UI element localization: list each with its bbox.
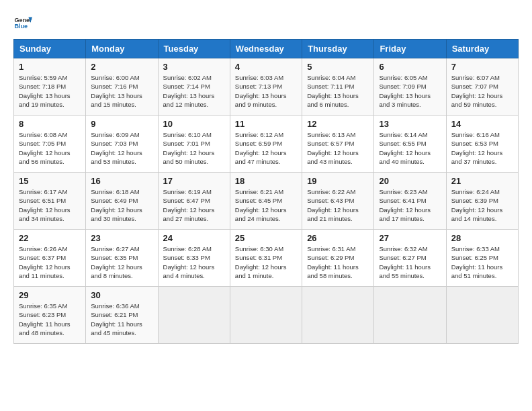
day-detail: Sunrise: 6:35 AM Sunset: 6:23 PM Dayligh…: [19, 302, 81, 337]
calendar-cell: 6Sunrise: 6:05 AM Sunset: 7:09 PM Daylig…: [374, 58, 446, 116]
page-header: General Blue: [13, 13, 519, 32]
calendar-cell: 29Sunrise: 6:35 AM Sunset: 6:23 PM Dayli…: [14, 287, 86, 344]
day-detail: Sunrise: 6:14 AM Sunset: 6:55 PM Dayligh…: [379, 130, 441, 166]
calendar-cell: 20Sunrise: 6:23 AM Sunset: 6:41 PM Dayli…: [374, 173, 446, 230]
calendar-cell: 8Sunrise: 6:08 AM Sunset: 7:05 PM Daylig…: [14, 116, 86, 173]
logo-icon: General Blue: [13, 13, 32, 32]
day-detail: Sunrise: 6:36 AM Sunset: 6:21 PM Dayligh…: [91, 302, 152, 337]
day-detail: Sunrise: 6:28 AM Sunset: 6:33 PM Dayligh…: [163, 244, 225, 280]
day-number: 27: [379, 233, 441, 243]
header-saturday: Saturday: [446, 40, 518, 58]
day-detail: Sunrise: 6:09 AM Sunset: 7:03 PM Dayligh…: [91, 130, 152, 166]
day-detail: Sunrise: 6:24 AM Sunset: 6:39 PM Dayligh…: [451, 187, 513, 223]
day-number: 19: [307, 176, 369, 186]
day-detail: Sunrise: 6:23 AM Sunset: 6:41 PM Dayligh…: [379, 187, 441, 223]
header-monday: Monday: [86, 40, 158, 58]
day-number: 6: [379, 62, 441, 72]
calendar-cell: 11Sunrise: 6:12 AM Sunset: 6:59 PM Dayli…: [230, 116, 302, 173]
calendar-cell: 26Sunrise: 6:31 AM Sunset: 6:29 PM Dayli…: [302, 230, 374, 287]
day-detail: Sunrise: 6:17 AM Sunset: 6:51 PM Dayligh…: [19, 187, 81, 223]
calendar-cell: [302, 287, 374, 344]
day-detail: Sunrise: 6:02 AM Sunset: 7:14 PM Dayligh…: [163, 73, 225, 109]
calendar-week-1: 1Sunrise: 5:59 AM Sunset: 7:18 PM Daylig…: [14, 58, 519, 116]
day-number: 29: [19, 290, 81, 300]
calendar-cell: 24Sunrise: 6:28 AM Sunset: 6:33 PM Dayli…: [158, 230, 230, 287]
day-number: 12: [307, 119, 369, 129]
calendar-cell: 23Sunrise: 6:27 AM Sunset: 6:35 PM Dayli…: [86, 230, 158, 287]
day-detail: Sunrise: 6:07 AM Sunset: 7:07 PM Dayligh…: [451, 73, 513, 109]
day-detail: Sunrise: 6:21 AM Sunset: 6:45 PM Dayligh…: [235, 187, 297, 223]
calendar-cell: 21Sunrise: 6:24 AM Sunset: 6:39 PM Dayli…: [446, 173, 518, 230]
day-number: 17: [163, 176, 225, 186]
calendar-cell: [446, 287, 518, 344]
logo: General Blue: [13, 13, 35, 32]
calendar-cell: 28Sunrise: 6:33 AM Sunset: 6:25 PM Dayli…: [446, 230, 518, 287]
calendar-cell: 10Sunrise: 6:10 AM Sunset: 7:01 PM Dayli…: [158, 116, 230, 173]
day-detail: Sunrise: 6:12 AM Sunset: 6:59 PM Dayligh…: [235, 130, 297, 166]
day-number: 4: [235, 62, 297, 72]
calendar-cell: 25Sunrise: 6:30 AM Sunset: 6:31 PM Dayli…: [230, 230, 302, 287]
calendar-week-4: 22Sunrise: 6:26 AM Sunset: 6:37 PM Dayli…: [14, 230, 519, 287]
calendar-cell: [374, 287, 446, 344]
day-detail: Sunrise: 6:27 AM Sunset: 6:35 PM Dayligh…: [91, 244, 152, 280]
calendar-week-5: 29Sunrise: 6:35 AM Sunset: 6:23 PM Dayli…: [14, 287, 519, 344]
day-detail: Sunrise: 6:19 AM Sunset: 6:47 PM Dayligh…: [163, 187, 225, 223]
day-number: 16: [91, 176, 152, 186]
day-detail: Sunrise: 6:16 AM Sunset: 6:53 PM Dayligh…: [451, 130, 513, 166]
day-number: 26: [307, 233, 369, 243]
day-number: 10: [163, 119, 225, 129]
calendar-cell: 7Sunrise: 6:07 AM Sunset: 7:07 PM Daylig…: [446, 58, 518, 116]
day-number: 30: [91, 290, 152, 300]
day-detail: Sunrise: 6:13 AM Sunset: 6:57 PM Dayligh…: [307, 130, 369, 166]
day-number: 24: [163, 233, 225, 243]
day-detail: Sunrise: 6:31 AM Sunset: 6:29 PM Dayligh…: [307, 244, 369, 280]
calendar-cell: 16Sunrise: 6:18 AM Sunset: 6:49 PM Dayli…: [86, 173, 158, 230]
day-number: 1: [19, 62, 81, 72]
day-number: 2: [91, 62, 152, 72]
calendar-cell: 18Sunrise: 6:21 AM Sunset: 6:45 PM Dayli…: [230, 173, 302, 230]
day-number: 7: [451, 62, 513, 72]
day-number: 28: [451, 233, 513, 243]
day-detail: Sunrise: 6:08 AM Sunset: 7:05 PM Dayligh…: [19, 130, 81, 166]
day-number: 8: [19, 119, 81, 129]
day-detail: Sunrise: 5:59 AM Sunset: 7:18 PM Dayligh…: [19, 73, 81, 109]
day-number: 5: [307, 62, 369, 72]
day-number: 21: [451, 176, 513, 186]
day-detail: Sunrise: 6:03 AM Sunset: 7:13 PM Dayligh…: [235, 73, 297, 109]
calendar-cell: 15Sunrise: 6:17 AM Sunset: 6:51 PM Dayli…: [14, 173, 86, 230]
calendar-table: SundayMondayTuesdayWednesdayThursdayFrid…: [13, 39, 519, 344]
calendar-header-row: SundayMondayTuesdayWednesdayThursdayFrid…: [14, 40, 519, 58]
day-number: 11: [235, 119, 297, 129]
header-wednesday: Wednesday: [230, 40, 302, 58]
calendar-cell: 12Sunrise: 6:13 AM Sunset: 6:57 PM Dayli…: [302, 116, 374, 173]
svg-text:Blue: Blue: [14, 23, 28, 30]
calendar-cell: 9Sunrise: 6:09 AM Sunset: 7:03 PM Daylig…: [86, 116, 158, 173]
header-friday: Friday: [374, 40, 446, 58]
day-number: 14: [451, 119, 513, 129]
day-detail: Sunrise: 6:18 AM Sunset: 6:49 PM Dayligh…: [91, 187, 152, 223]
calendar-cell: 2Sunrise: 6:00 AM Sunset: 7:16 PM Daylig…: [86, 58, 158, 116]
day-number: 9: [91, 119, 152, 129]
day-detail: Sunrise: 6:22 AM Sunset: 6:43 PM Dayligh…: [307, 187, 369, 223]
calendar-week-3: 15Sunrise: 6:17 AM Sunset: 6:51 PM Dayli…: [14, 173, 519, 230]
day-detail: Sunrise: 6:04 AM Sunset: 7:11 PM Dayligh…: [307, 73, 369, 109]
calendar-cell: 14Sunrise: 6:16 AM Sunset: 6:53 PM Dayli…: [446, 116, 518, 173]
header-tuesday: Tuesday: [158, 40, 230, 58]
day-number: 23: [91, 233, 152, 243]
day-number: 3: [163, 62, 225, 72]
day-detail: Sunrise: 6:00 AM Sunset: 7:16 PM Dayligh…: [91, 73, 152, 109]
day-detail: Sunrise: 6:33 AM Sunset: 6:25 PM Dayligh…: [451, 244, 513, 280]
calendar-cell: 27Sunrise: 6:32 AM Sunset: 6:27 PM Dayli…: [374, 230, 446, 287]
day-number: 25: [235, 233, 297, 243]
calendar-cell: 30Sunrise: 6:36 AM Sunset: 6:21 PM Dayli…: [86, 287, 158, 344]
day-number: 13: [379, 119, 441, 129]
calendar-cell: 22Sunrise: 6:26 AM Sunset: 6:37 PM Dayli…: [14, 230, 86, 287]
calendar-cell: 13Sunrise: 6:14 AM Sunset: 6:55 PM Dayli…: [374, 116, 446, 173]
header-thursday: Thursday: [302, 40, 374, 58]
calendar-cell: 4Sunrise: 6:03 AM Sunset: 7:13 PM Daylig…: [230, 58, 302, 116]
day-detail: Sunrise: 6:32 AM Sunset: 6:27 PM Dayligh…: [379, 244, 441, 280]
calendar-cell: 17Sunrise: 6:19 AM Sunset: 6:47 PM Dayli…: [158, 173, 230, 230]
calendar-cell: 1Sunrise: 5:59 AM Sunset: 7:18 PM Daylig…: [14, 58, 86, 116]
calendar-cell: 5Sunrise: 6:04 AM Sunset: 7:11 PM Daylig…: [302, 58, 374, 116]
day-detail: Sunrise: 6:10 AM Sunset: 7:01 PM Dayligh…: [163, 130, 225, 166]
